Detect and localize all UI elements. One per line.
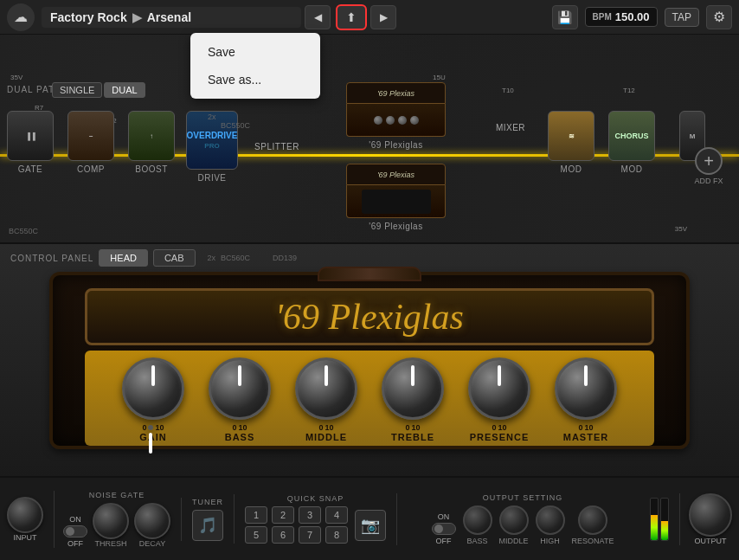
toggle-pill[interactable] <box>63 525 87 537</box>
mod-pedal-2[interactable]: CHORUS MOD <box>601 111 662 174</box>
drive-sub: PRO <box>187 142 238 150</box>
output-on-label: ON <box>438 512 450 521</box>
toggle-dot <box>66 527 74 536</box>
noise-gate-controls: ON OFF THRESH DECAY <box>63 503 170 548</box>
splitter-label: SPLITTER <box>254 142 299 151</box>
tuner-icon: 🎵 <box>198 516 217 535</box>
mod2-label: MOD <box>621 164 643 174</box>
save-menu-item[interactable]: Save <box>190 38 320 66</box>
bpm-value[interactable]: 150.00 <box>615 10 650 23</box>
decay-knob[interactable] <box>134 503 170 539</box>
gain-label: GAIN <box>139 432 167 442</box>
output-knob[interactable] <box>689 493 732 537</box>
treble-min: 0 <box>405 423 409 432</box>
amp-handle <box>318 267 421 281</box>
output-toggle-pill[interactable] <box>432 523 456 535</box>
cloud-button[interactable]: ☁ <box>7 3 35 31</box>
tap-button[interactable]: TAP <box>665 8 699 27</box>
input-knob[interactable] <box>7 497 43 533</box>
amp-brand-1: '69 Plexias <box>377 89 414 98</box>
decay-control: DECAY <box>134 503 170 548</box>
nav-next-button[interactable]: ▶ <box>370 5 396 29</box>
meter-1 <box>650 498 659 541</box>
snap-btn-6[interactable]: 6 <box>272 526 294 544</box>
snap-btn-3[interactable]: 3 <box>299 506 321 524</box>
amp-top-logo: '69 Plexias <box>346 82 446 104</box>
output-toggle-dot <box>434 525 443 533</box>
boost-icon: ↑ <box>150 132 153 140</box>
snap-btn-7[interactable]: 7 <box>299 526 321 544</box>
cp-label: CONTROL PANEL <box>10 254 93 263</box>
output-setting-label: OUTPUT SETTING <box>483 493 562 502</box>
presence-label: PRESENCE <box>470 432 530 442</box>
thresh-knob[interactable] <box>93 503 129 539</box>
add-fx-label: ADD FX <box>694 177 723 185</box>
output-toggle[interactable]: ON OFF <box>432 512 456 545</box>
amp-knob-4 <box>410 116 419 125</box>
comp-pedal[interactable]: ~ COMP <box>61 111 121 174</box>
single-path-button[interactable]: SINGLE <box>52 82 102 98</box>
amp-head-bottom[interactable]: '69 Plexias '69 Plexiglas <box>346 164 446 231</box>
master-min: 0 <box>578 423 582 432</box>
save-dropdown-button[interactable]: ⬆ <box>336 4 367 30</box>
quick-snap-section: QUICK SNAP 1 2 3 4 5 6 7 8 📷 <box>234 494 386 544</box>
camera-icon: 📷 <box>361 516 380 535</box>
snap-btn-2[interactable]: 2 <box>272 506 294 524</box>
nav-prev-button[interactable]: ◀ <box>305 5 331 29</box>
boost-label: BOOST <box>135 164 168 174</box>
save-dropdown-menu: Save Save as... <box>190 33 320 99</box>
snap-btn-4[interactable]: 4 <box>325 506 348 524</box>
tuner-button[interactable]: 🎵 <box>192 510 223 541</box>
gate-pedal[interactable]: ▐▐ GATE <box>0 111 61 174</box>
component-bc560c-1: BC550C <box>9 227 38 235</box>
snap-btn-5[interactable]: 5 <box>245 526 267 544</box>
settings-button[interactable]: ⚙ <box>706 5 732 29</box>
floppy-icon: 💾 <box>557 10 572 24</box>
top-right-controls: 💾 BPM 150.00 TAP ⚙ <box>552 5 732 29</box>
middle-knob-unit: 0 10 MIDDLE <box>283 357 370 442</box>
bass-knob[interactable] <box>209 357 271 420</box>
high-knob[interactable] <box>536 505 565 535</box>
bass-knob-unit: 0 10 BASS <box>196 357 283 442</box>
mod1-icon: ≋ <box>569 132 575 140</box>
noise-gate-label: NOISE GATE <box>89 491 145 499</box>
top-bar: ☁ Factory Rock ▶ Arsenal ◀ ⬆ ▶ 💾 BPM 150… <box>0 0 739 35</box>
boost-pedal[interactable]: ↑ BOOST <box>121 111 182 174</box>
bass-output-knob[interactable] <box>463 505 492 535</box>
noise-gate-toggle[interactable]: ON OFF <box>63 515 87 548</box>
amp-head-top[interactable]: '69 Plexias '69 Plexiglas <box>346 82 446 150</box>
decay-label: DECAY <box>139 539 165 548</box>
head-tab[interactable]: HEAD <box>99 249 148 267</box>
presence-min: 0 <box>492 423 496 432</box>
gain-knob[interactable] <box>122 357 184 420</box>
master-max: 10 <box>584 423 593 432</box>
resonate-knob[interactable] <box>578 505 607 535</box>
bpm-label: BPM <box>593 12 612 22</box>
cab-tab[interactable]: CAB <box>153 249 196 267</box>
snap-grid: 1 2 3 4 5 6 7 8 <box>245 506 350 544</box>
preset-name: Arsenal <box>147 10 191 24</box>
treble-knob[interactable] <box>382 357 444 420</box>
dual-path-button[interactable]: DUAL <box>104 82 145 98</box>
floppy-button[interactable]: 💾 <box>552 5 578 29</box>
master-knob[interactable] <box>555 357 617 420</box>
circuit-ref-t10: T10 <box>502 87 514 94</box>
presence-knob[interactable] <box>468 357 530 420</box>
camera-button[interactable]: 📷 <box>355 510 386 541</box>
middle-scale: 0 10 <box>318 423 333 432</box>
input-label: INPUT <box>14 533 37 542</box>
drive-label: DRIVE <box>197 173 226 183</box>
add-fx-button[interactable]: + ADD FX <box>687 147 730 185</box>
quick-snap-controls: 1 2 3 4 5 6 7 8 📷 <box>245 506 386 544</box>
meter-fill-2 <box>661 521 668 540</box>
quick-snap-label: QUICK SNAP <box>287 494 344 503</box>
tuner-label: TUNER <box>192 498 223 506</box>
mod-pedal-1[interactable]: ≋ MOD <box>541 111 601 174</box>
middle-output-knob[interactable] <box>499 505 529 535</box>
save-as-menu-item[interactable]: Save as... <box>190 66 320 93</box>
presence-knob-unit: 0 10 PRESENCE <box>456 357 543 442</box>
snap-btn-8[interactable]: 8 <box>325 526 348 544</box>
snap-btn-1[interactable]: 1 <box>245 506 267 524</box>
voltage-35v-2: 35V <box>675 225 687 233</box>
middle-knob[interactable] <box>295 357 357 420</box>
